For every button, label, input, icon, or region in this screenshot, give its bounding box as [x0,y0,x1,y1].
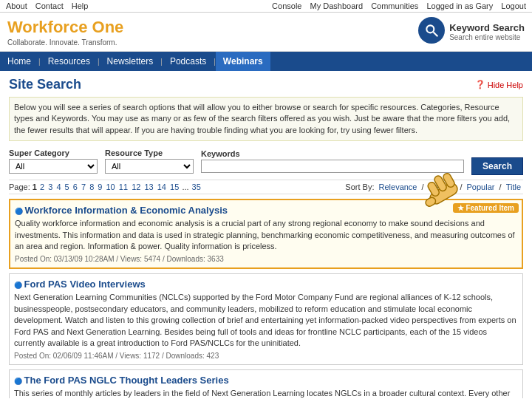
page-current: 1 [33,183,39,191]
top-logout-link[interactable]: Logout [501,1,526,10]
page-11[interactable]: 11 [119,183,128,191]
result-item-2: Ford PAS Video Interviews Next Generatio… [9,273,523,365]
nav-resources[interactable]: Resources [41,52,98,71]
results-list: ★ Featured Item Workforce Information & … [9,199,523,398]
super-category-select[interactable]: All [9,159,98,174]
top-user-link[interactable]: Logged in as Gary [426,1,493,10]
top-dashboard-link[interactable]: My Dashboard [310,1,364,10]
result-1-title[interactable]: Workforce Information & Economic Analysi… [15,205,228,216]
top-contact-link[interactable]: Contact [35,1,64,10]
nav-webinars[interactable]: Webinars [216,52,270,71]
page-2[interactable]: 2 [40,183,44,191]
page-8[interactable]: 8 [89,183,94,191]
keyword-search-label: Keyword Search [449,22,525,33]
pagination-left: Page: 1 2 3 4 5 6 7 8 9 10 11 12 13 14 1… [9,183,202,191]
page-15[interactable]: 15 [170,183,179,191]
nav-home[interactable]: Home [0,52,38,71]
logo-e: e [78,18,87,36]
page-title: Site Search [9,77,81,92]
logo: Workforce One [7,18,123,37]
nav-podcasts[interactable]: Podcasts [163,52,214,71]
page-6[interactable]: 6 [73,183,78,191]
sort-relevance[interactable]: Relevance [379,183,417,191]
resource-type-group: Resource Type All [105,149,194,174]
search-button[interactable]: Search [471,157,523,175]
super-category-label: Super Category [9,149,98,157]
page-7[interactable]: 7 [81,183,86,191]
page-35[interactable]: 35 [192,183,201,191]
result-1-body: Quality workforce information and econom… [15,218,517,252]
page-4[interactable]: 4 [56,183,61,191]
top-help-link[interactable]: Help [72,1,89,10]
nav-newsletters[interactable]: Newsletters [100,52,161,71]
keywords-input[interactable] [201,160,464,173]
keywords-group: Keywords [201,149,464,173]
header-search-area: Keyword Search Search entire website [418,17,525,47]
search-form: Super Category All Resource Type All Key… [9,147,523,175]
top-communities-link[interactable]: Communities [371,1,418,10]
result-3-title[interactable]: The Ford PAS NGLC Thought Leaders Series [14,375,229,386]
top-console-link[interactable]: Console [272,1,301,10]
sort-popular[interactable]: Popular [467,183,495,191]
top-about-link[interactable]: About [6,1,27,10]
main-content: Site Search ❓ Hide Help Below you will s… [0,71,532,399]
sort-title[interactable]: Title [506,183,521,191]
page-3[interactable]: 3 [48,183,52,191]
sort-row: Sort By: Relevance / Newest / Popular / … [345,183,523,191]
logo-workforce: Workforc [7,18,78,36]
top-bar-right: Console My Dashboard Communities Logged … [266,1,526,10]
keywords-label: Keywords [201,149,464,158]
page-13[interactable]: 13 [144,183,153,191]
top-bar: About Contact Help Console My Dashboard … [0,0,532,13]
nav-bar: Home | Resources | Newsletters | Podcast… [0,52,532,71]
header: Workforce One Collaborate. Innovate. Tra… [0,13,532,52]
result-item-3: The Ford PAS NGLC Thought Leaders Series… [9,369,523,398]
svg-line-1 [434,33,438,37]
result-2-meta: Posted On: 02/06/09 11:46AM / Views: 117… [14,352,518,360]
logo-area: Workforce One Collaborate. Innovate. Tra… [7,18,123,47]
top-bar-left: About Contact Help [6,1,94,10]
logo-tagline: Collaborate. Innovate. Transform. [7,38,123,47]
result-2-title[interactable]: Ford PAS Video Interviews [14,279,146,290]
sort-newest[interactable]: Newest [429,183,456,191]
page-14[interactable]: 14 [157,183,166,191]
resource-type-select[interactable]: All [105,159,194,174]
featured-badge: ★ Featured Item [453,203,519,213]
result-item-1: ★ Featured Item Workforce Information & … [9,199,523,269]
svg-point-0 [426,25,434,33]
page-ellipsis: ... [182,183,188,191]
search-label-area: Keyword Search Search entire website [449,22,525,41]
resource-type-label: Resource Type [105,149,194,157]
sort-label: Sort By: [345,183,374,191]
super-category-group: Super Category All [9,149,98,174]
page-9[interactable]: 9 [98,183,102,191]
page-12[interactable]: 12 [132,183,140,191]
hide-help-link[interactable]: ❓ Hide Help [475,80,523,89]
result-2-body: Next Generation Learning Communities (NC… [14,292,518,349]
search-website-label: Search entire website [449,33,525,41]
description-text: Below you will see a series of search op… [9,97,523,141]
page-5[interactable]: 5 [65,183,69,191]
page-10[interactable]: 10 [106,183,115,191]
logo-one: One [87,18,123,36]
page-title-row: Site Search ❓ Hide Help [9,77,523,92]
result-1-meta: Posted On: 03/13/09 10:28AM / Views: 547… [15,255,517,263]
question-icon: ❓ [475,80,485,89]
page-label: Page: [9,183,30,191]
search-icon-circle [418,17,445,44]
pagination-row: Page: 1 2 3 4 5 6 7 8 9 10 11 12 13 14 1… [9,180,523,194]
result-3-body: This series of monthly articles by leade… [14,388,518,398]
hide-help-label: Hide Help [488,81,523,89]
